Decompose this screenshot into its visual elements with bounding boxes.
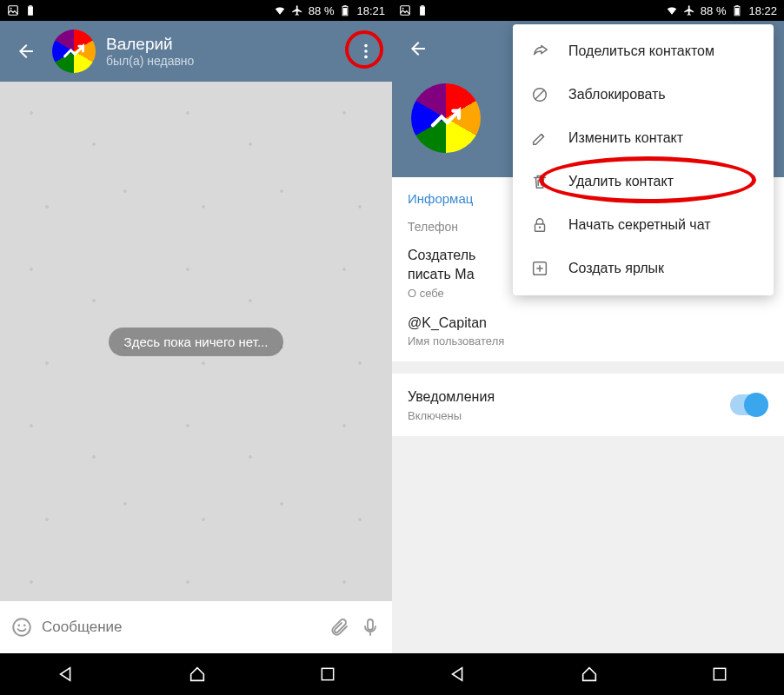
svg-point-11 (17, 625, 20, 627)
back-button[interactable] (402, 33, 434, 64)
menu-label: Поделиться контактом (568, 43, 714, 59)
svg-rect-5 (343, 8, 348, 15)
lock-icon (530, 215, 549, 235)
mic-icon (360, 617, 381, 638)
svg-rect-3 (29, 5, 32, 6)
nav-home[interactable] (188, 665, 207, 684)
svg-point-10 (13, 619, 30, 636)
add-home-icon (530, 259, 549, 278)
nav-back[interactable] (56, 665, 76, 684)
clock: 18:22 (748, 4, 777, 17)
username-value[interactable]: @K_Capitan (408, 314, 768, 333)
arrow-left-icon (16, 41, 37, 62)
airplane-icon (291, 4, 303, 17)
back-button[interactable] (10, 36, 42, 67)
arrow-left-icon (408, 38, 429, 59)
more-options-button[interactable] (350, 36, 382, 67)
wifi-icon (274, 4, 286, 17)
menu-label: Начать секретный чат (568, 217, 711, 233)
home-icon (188, 665, 207, 684)
svg-point-25 (539, 227, 541, 228)
trash-icon (530, 172, 549, 191)
header-text[interactable]: Валерий был(а) недавно (106, 35, 340, 68)
battery-saver-icon (24, 4, 37, 17)
menu-share-contact[interactable]: Поделиться контактом (513, 30, 774, 73)
svg-rect-29 (714, 668, 725, 679)
username-label: Имя пользователя (408, 334, 768, 348)
highlight-circle (345, 30, 383, 69)
avatar[interactable] (52, 30, 96, 73)
image-indicator-icon (7, 4, 19, 17)
notif-title: Уведомления (408, 387, 495, 407)
status-bar: 88 % 18:22 (392, 0, 784, 21)
block-icon (530, 85, 549, 104)
svg-point-16 (402, 8, 404, 10)
menu-label: Создать ярлык (568, 261, 664, 276)
context-menu: Поделиться контактом Заблокировать Измен… (513, 24, 774, 295)
svg-rect-2 (28, 6, 33, 15)
battery-icon (339, 4, 351, 17)
battery-percent: 88 % (701, 4, 727, 17)
square-icon (711, 665, 728, 683)
message-input-bar (0, 601, 392, 653)
nav-recent[interactable] (319, 665, 336, 683)
paperclip-icon (329, 617, 349, 638)
svg-rect-15 (401, 6, 410, 16)
android-nav-bar (0, 653, 392, 695)
phone-screen-profile: 88 % 18:22 Информац Телефон Создатель пи… (392, 0, 784, 695)
contact-name: Валерий (106, 35, 340, 54)
battery-icon (731, 4, 743, 17)
battery-saver-icon (416, 4, 429, 17)
trend-icon (429, 101, 463, 136)
contact-status: был(а) недавно (106, 54, 340, 68)
svg-rect-13 (368, 619, 373, 630)
svg-rect-6 (344, 5, 348, 6)
svg-rect-0 (9, 6, 18, 16)
menu-label: Удалить контакт (568, 174, 674, 189)
wifi-icon (666, 4, 678, 17)
menu-secret-chat[interactable]: Начать секретный чат (513, 203, 774, 247)
pencil-icon (530, 129, 549, 148)
svg-line-23 (535, 90, 545, 100)
chat-background[interactable]: Здесь пока ничего нет... (0, 82, 392, 601)
empty-chat-message: Здесь пока ничего нет... (109, 328, 284, 356)
menu-delete-contact[interactable]: Удалить контакт (513, 160, 774, 203)
menu-label: Изменить контакт (568, 130, 683, 146)
trend-icon (62, 39, 86, 63)
svg-rect-17 (420, 6, 425, 15)
voice-button[interactable] (359, 616, 382, 639)
svg-rect-21 (736, 5, 740, 6)
svg-rect-20 (735, 8, 740, 15)
triangle-back-icon (448, 665, 468, 684)
chat-header: Валерий был(а) недавно (0, 21, 392, 82)
notif-card: Уведомления Включены (392, 374, 784, 435)
svg-rect-18 (421, 5, 424, 6)
menu-create-shortcut[interactable]: Создать ярлык (513, 247, 774, 290)
menu-block[interactable]: Заблокировать (513, 73, 774, 116)
airplane-icon (683, 4, 695, 17)
svg-point-12 (23, 625, 26, 627)
home-icon (580, 665, 599, 684)
avatar[interactable] (411, 83, 481, 153)
menu-label: Заблокировать (568, 87, 666, 103)
status-bar: 88 % 18:21 (0, 0, 392, 21)
clock: 18:21 (356, 4, 385, 17)
triangle-back-icon (56, 665, 76, 684)
image-indicator-icon (399, 4, 411, 17)
attach-button[interactable] (328, 616, 350, 639)
nav-back[interactable] (448, 665, 468, 684)
notif-switch[interactable] (730, 394, 768, 415)
nav-recent[interactable] (711, 665, 728, 683)
share-icon (530, 42, 549, 61)
emoji-button[interactable] (10, 616, 33, 639)
smile-icon (10, 616, 33, 639)
phone-screen-chat: 88 % 18:21 Валерий был(а) недавно Здесь … (0, 0, 392, 695)
battery-percent: 88 % (309, 4, 335, 17)
menu-edit-contact[interactable]: Изменить контакт (513, 116, 774, 160)
message-input[interactable] (42, 619, 319, 636)
notif-status: Включены (408, 409, 495, 422)
svg-point-1 (10, 8, 12, 10)
square-icon (319, 665, 336, 683)
android-nav-bar (392, 653, 784, 695)
nav-home[interactable] (580, 665, 599, 684)
